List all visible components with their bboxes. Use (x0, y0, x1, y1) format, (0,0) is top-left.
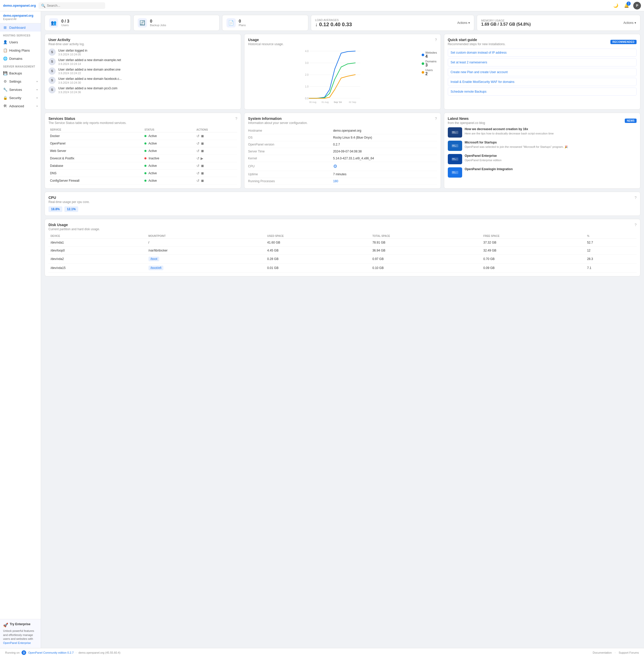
sidebar-item-backups[interactable]: 💾 Backups (0, 69, 41, 77)
user-activity-card: User Activity Real-time user activity lo… (45, 34, 241, 110)
info-row: OSRocky Linux 9.4 (Blue Onyx) (248, 134, 437, 141)
service-restart-button[interactable]: ↺ (197, 179, 200, 183)
service-name: Dovecot & Postfix (48, 155, 143, 162)
sidebar-expand[interactable]: Expand All (3, 18, 38, 21)
service-restart-button[interactable]: ↺ (197, 141, 200, 146)
service-stop-button[interactable]: ⏹ (201, 134, 204, 138)
avatar[interactable]: P (633, 2, 641, 9)
service-restart-button[interactable]: ↺ (197, 171, 200, 175)
info-value: 0.2.7 (333, 141, 437, 148)
service-start-button[interactable]: ▶ (201, 156, 203, 160)
news-item[interactable]: OpenPanel Enterprise OpenPanel Enterpris… (448, 154, 637, 164)
disk-device: /dev/loop0 (48, 247, 146, 255)
cpu-info-icon[interactable]: ? (635, 196, 637, 200)
disk-mountpoint: /var/lib/docker (146, 247, 265, 255)
service-stop-button[interactable]: ⏹ (201, 164, 204, 168)
activity-time: 3.9.2024 10:24:30 (58, 81, 121, 84)
memory-actions-button[interactable]: Actions ▾ (623, 21, 636, 25)
service-restart-button[interactable]: ↺ (197, 134, 200, 138)
sidebar-item-security[interactable]: 🔒 Security ▾ (0, 94, 41, 102)
footer-doc-link[interactable]: Documentation (593, 651, 612, 654)
service-stop-button[interactable]: ⏹ (201, 171, 204, 175)
quick-start-title: Quick start guide (448, 38, 506, 42)
quick-link-item[interactable]: Schedule remote Backups (448, 88, 637, 96)
news-item[interactable]: How we decreased account creation by 16x… (448, 127, 637, 137)
security-icon: 🔒 (3, 96, 7, 100)
news-item[interactable]: OpenPanel Ezeelogin Integration (448, 167, 637, 178)
enterprise-title: Try Enterprise (10, 622, 30, 626)
service-actions-cell: ↺ ⏹ (195, 147, 237, 155)
sidebar-enterprise[interactable]: 🚀 Try Enterprise Unlock powerful feature… (0, 619, 41, 648)
services-info-icon[interactable]: ? (235, 116, 237, 121)
service-restart-button[interactable]: ↺ (197, 149, 200, 153)
disk-mountpoint: /boot/efi (146, 264, 265, 272)
news-content: OpenPanel Enterprise OpenPanel Enterpris… (465, 154, 502, 164)
latest-news-card: Latest News from the openpanel.co blog N… (444, 113, 640, 189)
hosting-services-label: HOSTING SERVICES (0, 31, 41, 38)
news-item-title: How we decreased account creation by 16x (465, 127, 554, 131)
info-row: CPU⚙ (248, 162, 437, 171)
footer-support-link[interactable]: Support Forums (619, 651, 639, 654)
disk-row: /dev/vda15 /boot/efi 0.01 GB 0.10 GB 0.0… (48, 264, 637, 272)
news-item-desc: OpenPanel was selected to join the renow… (465, 145, 568, 149)
usage-card: Usage Historical resource usage. ? 4.0 3… (244, 34, 441, 110)
search-bar[interactable]: 🔍 (39, 2, 105, 9)
disk-used: 0.28 GB (265, 255, 370, 264)
rocket-icon: 🚀 (3, 622, 8, 628)
table-row: Database Active ↺ ⏹ (48, 162, 237, 170)
dark-mode-button[interactable]: 🌙 (612, 2, 620, 10)
status-dot (144, 180, 146, 182)
footer: Running on O OpenPanel Community edition… (0, 648, 644, 657)
disk-pct: 7.1 (585, 264, 637, 272)
settings-arrow-icon: ▾ (37, 80, 38, 83)
quick-link-item[interactable]: Install & Enable ModSecurity WAF for dom… (448, 78, 637, 86)
sidebar-item-domains[interactable]: 🌐 Domains (0, 54, 41, 63)
backup-stat-label: Backup Jobs (150, 24, 166, 27)
quick-link-item[interactable]: Set at least 2 nameservers (448, 58, 637, 66)
footer-brand: OpenPanel Community edition 0.2.7 (28, 651, 74, 654)
disk-total: 0.97 GB (370, 255, 481, 264)
cpu-title: CPU (48, 196, 90, 200)
service-stop-button[interactable]: ⏹ (201, 141, 204, 146)
disk-header: Disk Usage Current partition and hard di… (48, 223, 637, 231)
service-restart-button[interactable]: ↺ (197, 156, 200, 160)
chart-legend: Websites 4 Domains 3 (422, 51, 437, 76)
quick-link-item[interactable]: Create new Plan and create User account (448, 68, 637, 76)
service-stop-button[interactable]: ⏹ (201, 149, 204, 153)
user-activity-title: User Activity (48, 38, 85, 42)
usage-info-icon[interactable]: ? (435, 38, 437, 42)
disk-pct: 12 (585, 247, 637, 255)
service-status: Active (143, 132, 195, 140)
disk-info-icon[interactable]: ? (635, 223, 637, 227)
news-item[interactable]: Microsoft for Startups OpenPanel was sel… (448, 140, 637, 151)
service-col-status: STATUS (143, 127, 195, 132)
activity-text: User stefan added a new domain facebook.… (58, 77, 121, 81)
search-input[interactable] (47, 4, 102, 7)
sidebar-item-dashboard[interactable]: ⊞ Dashboard (0, 23, 41, 31)
legend-users-label: Users (426, 68, 433, 72)
quick-link-item[interactable]: Set custom domain instead of IP address (448, 48, 637, 57)
notifications-button[interactable]: 🔔 2 (622, 2, 631, 10)
service-action-buttons: ↺ ⏹ (197, 171, 236, 175)
service-stop-button[interactable]: ⏹ (201, 179, 204, 183)
sidebar-item-users[interactable]: 👤 Users (0, 38, 41, 46)
sidebar-item-settings[interactable]: ⚙ Settings ▾ (0, 77, 41, 85)
sidebar-item-hosting-plans[interactable]: 📋 Hosting Plans (0, 46, 41, 54)
info-label: Hostname (248, 127, 333, 134)
user-activity-header: User Activity Real-time user activity lo… (48, 38, 237, 46)
service-restart-button[interactable]: ↺ (197, 164, 200, 168)
disk-free: 0.70 GB (481, 255, 585, 264)
sidebar-item-services[interactable]: 🔧 Services ▾ (0, 85, 41, 94)
news-content: OpenPanel Ezeelogin Integration (465, 167, 513, 178)
system-info-icon[interactable]: ? (435, 116, 437, 121)
info-value: 5.14.0-427.33.1.el9_4.x86_64 (333, 155, 437, 162)
memory-actions-label: Actions (623, 21, 634, 25)
svg-rect-23 (452, 171, 458, 174)
usage-card-header: Usage Historical resource usage. ? (248, 38, 437, 46)
service-actions-cell: ↺ ⏹ (195, 170, 237, 177)
sidebar-item-advanced[interactable]: 🛠 Advanced ▾ (0, 102, 41, 110)
svg-text:2.0: 2.0 (305, 73, 308, 76)
info-link[interactable]: 180 (333, 179, 338, 183)
notification-badge: 2 (626, 2, 631, 6)
load-actions-button[interactable]: Actions ▾ (457, 21, 470, 25)
